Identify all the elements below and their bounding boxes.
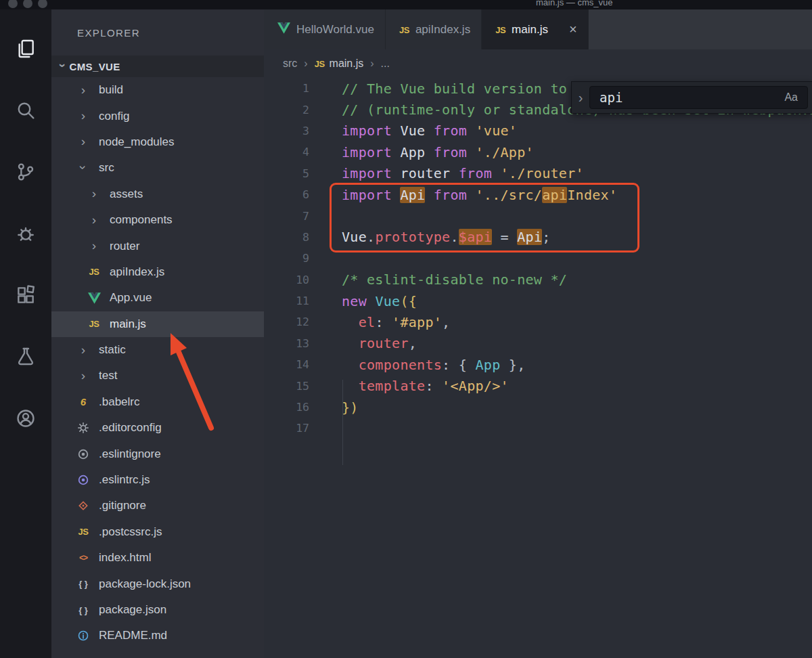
git-file-icon	[74, 500, 92, 512]
tree-item-package-lock-json[interactable]: { }package-lock.json	[51, 571, 264, 596]
traffic-light-close[interactable]	[8, 0, 18, 8]
project-section-header[interactable]: › CMS_VUE	[51, 56, 264, 77]
chevron-right-icon: ›	[74, 370, 92, 382]
tab-main-js[interactable]: JSmain.js×	[482, 9, 588, 49]
tree-item-label: README.md	[99, 629, 167, 642]
code-line-3: 3import Vue from 'vue'	[264, 120, 812, 141]
line-number: 10	[264, 273, 309, 286]
tree-item-main-js[interactable]: JSmain.js	[51, 311, 264, 337]
tree-item-package-json[interactable]: { }package.json	[51, 597, 264, 623]
code-text: router,	[309, 335, 417, 351]
explorer-header: EXPLORER	[51, 9, 264, 56]
code-line-12: 12 el: '#app',	[264, 311, 812, 332]
breadcrumb-label: main.js	[330, 58, 364, 70]
explorer-icon[interactable]	[0, 18, 51, 79]
tree-item-label: main.js	[110, 317, 146, 331]
tree-item-label: .babelrc	[99, 395, 139, 409]
chevron-right-icon: ›	[74, 110, 92, 123]
tree-item-build[interactable]: ›build	[51, 77, 264, 103]
js-file-icon: JS	[85, 320, 103, 328]
tree-item-router[interactable]: ›router	[51, 233, 264, 259]
line-number: 16	[264, 401, 309, 414]
line-number: 12	[264, 315, 309, 328]
code-line-6: 6import Api from '../src/apiIndex'	[264, 184, 812, 205]
chevron-down-icon: ›	[57, 64, 69, 68]
tab-bar: HelloWorld.vueJSapiIndex.jsJSmain.js×	[264, 9, 812, 49]
tree-item-index-html[interactable]: <>index.html	[51, 545, 264, 571]
tree-item-readme-md[interactable]: README.md	[51, 623, 264, 649]
close-icon[interactable]: ×	[569, 22, 577, 37]
breadcrumb-item-main-js[interactable]: JSmain.js	[315, 58, 364, 70]
file-tree: ›build›config›node_modules›src›assets›co…	[51, 77, 264, 649]
tree-item-test[interactable]: ›test	[51, 363, 264, 389]
find-input[interactable]: api Aa	[589, 86, 808, 109]
tree-item-apiindex-js[interactable]: JSapiIndex.js	[51, 259, 264, 285]
code-text: import Api from '../src/apiIndex'	[309, 187, 617, 203]
project-name: CMS_VUE	[69, 61, 120, 72]
tree-item-static[interactable]: ›static	[51, 337, 264, 363]
vue-file-icon	[85, 292, 103, 304]
line-number: 7	[264, 210, 309, 223]
tree-item--eslintignore[interactable]: .eslintignore	[51, 441, 264, 466]
line-number: 8	[264, 231, 309, 244]
eslint-gray-file-icon	[74, 448, 92, 460]
tree-item-components[interactable]: ›components	[51, 207, 264, 233]
find-match-highlight: api	[542, 187, 567, 203]
tree-item--postcssrc-js[interactable]: JS.postcssrc.js	[51, 519, 264, 545]
tree-item--eslintrc-js[interactable]: .eslintrc.js	[51, 467, 264, 493]
breadcrumb-item-src[interactable]: src	[283, 58, 297, 70]
tab-label: apiIndex.js	[415, 23, 470, 37]
window-title: main.js — cms_vue	[536, 0, 612, 7]
breadcrumb-item--[interactable]: ...	[381, 58, 390, 70]
line-number: 14	[264, 358, 309, 371]
line-number: 15	[264, 380, 309, 393]
code-text: import Vue from 'vue'	[309, 123, 517, 139]
source-control-icon[interactable]	[0, 141, 51, 202]
chevron-right-icon: ›	[74, 344, 92, 357]
tree-item-app-vue[interactable]: App.vue	[51, 285, 264, 311]
line-number: 6	[264, 188, 309, 201]
line-number: 1	[264, 82, 309, 95]
tree-item-config[interactable]: ›config	[51, 103, 264, 129]
activity-bar	[0, 9, 51, 658]
tree-item-src[interactable]: ›src	[51, 155, 264, 181]
tree-item-label: node_modules	[99, 135, 175, 149]
account-icon[interactable]	[0, 387, 51, 449]
search-icon[interactable]	[0, 79, 51, 141]
code-text: Vue.prototype.$api = Api;	[309, 229, 551, 245]
tab-helloworld-vue[interactable]: HelloWorld.vue	[264, 9, 386, 49]
tree-item--editorconfig[interactable]: .editorconfig	[51, 415, 264, 441]
extensions-icon[interactable]	[0, 264, 51, 326]
breadcrumb-separator: ›	[304, 58, 307, 70]
line-number: 3	[264, 125, 309, 137]
test-beaker-icon[interactable]	[0, 326, 51, 387]
traffic-light-minimize[interactable]	[23, 0, 32, 8]
code-area[interactable]: 1// The Vue build version to load with t…	[264, 78, 812, 439]
breadcrumb-label: src	[283, 58, 297, 70]
line-number: 5	[264, 167, 309, 180]
info-file-icon	[74, 630, 92, 642]
tree-item-assets[interactable]: ›assets	[51, 181, 264, 207]
tree-item--gitignore[interactable]: .gitignore	[51, 493, 264, 519]
tree-item-label: App.vue	[110, 291, 152, 305]
tree-item--babelrc[interactable]: 6.babelrc	[51, 389, 264, 415]
code-line-9: 9	[264, 248, 812, 269]
tree-item-label: .editorconfig	[99, 421, 162, 435]
tree-item-label: .eslintrc.js	[99, 473, 150, 487]
json-file-icon: { }	[74, 606, 92, 615]
match-case-button[interactable]: Aa	[784, 91, 798, 104]
editor-group: HelloWorld.vueJSapiIndex.jsJSmain.js× sr…	[264, 9, 812, 658]
chevron-right-icon: ›	[85, 188, 103, 200]
tab-apiindex-js[interactable]: JSapiIndex.js	[386, 9, 482, 49]
find-match-highlight: Api	[400, 187, 425, 203]
debug-icon[interactable]	[0, 202, 51, 264]
js-file-icon: JS	[74, 527, 92, 536]
traffic-light-zoom[interactable]	[38, 0, 47, 8]
code-text: })	[309, 399, 359, 416]
line-number: 9	[264, 252, 309, 265]
tree-item-node-modules[interactable]: ›node_modules	[51, 129, 264, 155]
breadcrumb-label: ...	[381, 58, 390, 70]
breadcrumb-separator: ›	[370, 58, 374, 70]
find-toggle-chevron-icon[interactable]: ›	[572, 90, 589, 106]
code-line-5: 5import router from './router'	[264, 163, 812, 184]
